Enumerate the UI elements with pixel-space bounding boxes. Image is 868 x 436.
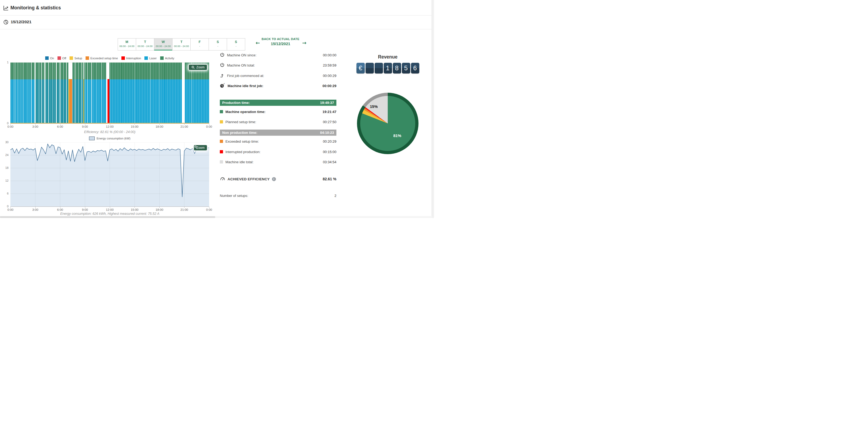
- energy-zoom-button[interactable]: Zoom: [194, 145, 207, 150]
- day-tab-5-s[interactable]: S-: [209, 38, 227, 51]
- stat-row-machine-on-total: Machine ON total: 23:59:59: [220, 63, 336, 68]
- orange-square-icon: [220, 140, 223, 143]
- timeline-segment: [60, 63, 63, 124]
- page-header: Monitoring & statistics: [0, 0, 432, 15]
- chart-line-icon: [3, 5, 8, 12]
- revenue-counter: €1856: [355, 63, 420, 73]
- timeline-segment: [53, 63, 56, 124]
- timeline-legend: OnOffSetupExceeded setup timeInterruptio…: [10, 56, 209, 60]
- timeline-segment: [88, 63, 91, 124]
- svg-text:z: z: [224, 83, 225, 84]
- back-to-actual-date-label: BACK TO ACTUAL DATE: [258, 37, 303, 41]
- timeline-segment: [49, 63, 53, 124]
- energy-legend[interactable]: Energy consumption (kW): [10, 136, 209, 140]
- timeline-segment: [42, 63, 44, 124]
- legend-swatch-icon: [86, 56, 89, 60]
- back-to-actual-date[interactable]: BACK TO ACTUAL DATE 15/12/2021: [258, 37, 303, 46]
- timeline-segment: [64, 63, 66, 124]
- stat-row-exceeded-setup-time: Exceeded setup time: 00:20:29: [220, 139, 336, 144]
- energy-legend-swatch: [89, 136, 95, 140]
- timeline-segment: [92, 63, 96, 124]
- red-square-icon: [220, 150, 223, 153]
- idle-clock-icon: zz: [220, 83, 225, 89]
- horizontal-scrollbar: [0, 216, 432, 218]
- timeline-segment: [151, 63, 164, 124]
- timeline-segment: [21, 63, 23, 124]
- legend-item-setup[interactable]: Setup: [69, 56, 82, 60]
- timeline-x-labels: 0:003:006:009:0012:0015:0018:0021:000:00: [10, 125, 209, 129]
- stat-row-machine-idle-total: Machine idle total: 03:34:54: [220, 159, 336, 165]
- timeline-segment: [164, 63, 182, 124]
- timeline-segment: [28, 63, 31, 124]
- timeline-segment: [57, 63, 60, 124]
- timeline-segment: [97, 63, 101, 124]
- digit-tile-1: [366, 63, 374, 73]
- stat-row-machine-idle-first-job: zz Machine idle first job: 00:00:29: [220, 83, 336, 89]
- legend-item-off[interactable]: Off: [58, 56, 66, 60]
- digit-tile-3: 1: [384, 63, 392, 73]
- timeline-segment: [136, 63, 150, 124]
- timeline-segment: [36, 63, 39, 124]
- arrow-up-from-line-icon: [220, 73, 225, 78]
- zoom-button-label: Zoom: [196, 65, 205, 69]
- legend-item-on[interactable]: On: [45, 56, 54, 60]
- efficiency-caption: Efficiency: 82.61 % (00:00 - 24:00): [10, 130, 209, 134]
- gray-square-icon: [220, 160, 223, 164]
- digit-tile-5: 5: [402, 63, 410, 73]
- timeline-segment: [39, 63, 41, 124]
- vertical-scrollbar[interactable]: [432, 0, 434, 218]
- timeline-zoom-button[interactable]: Zoom: [189, 65, 207, 70]
- day-tab-6-s[interactable]: S-: [227, 38, 245, 51]
- selected-date: 15/12/2021: [11, 20, 32, 24]
- achieved-efficiency-row: ACHIEVED EFFICIENCY i 82.61 %: [220, 176, 336, 182]
- stat-row-machine-operation-time: Machine operation time: 19:21:47: [220, 109, 336, 114]
- legend-item-laser[interactable]: Laser: [145, 56, 157, 60]
- timeline-segment: [110, 63, 121, 124]
- horizontal-scrollbar-thumb[interactable]: [0, 216, 215, 218]
- info-icon[interactable]: i: [272, 177, 276, 181]
- day-tab-2-w[interactable]: W00:00 - 24:00: [154, 38, 173, 51]
- legend-swatch-icon: [121, 56, 125, 60]
- yellow-square-icon: [220, 120, 223, 124]
- day-tab-3-t[interactable]: T00:00 - 24:00: [172, 38, 191, 51]
- monitoring-page: Monitoring & statistics 15/12/2021 M06:0…: [0, 0, 434, 218]
- pie-label-production-pct: 81%: [393, 133, 401, 138]
- day-tab-1-t[interactable]: T00:00 - 24:00: [136, 38, 154, 51]
- timeline-segment: [79, 63, 82, 124]
- pie-label-idle-pct: 15%: [370, 104, 378, 109]
- legend-item-activity[interactable]: Activity: [160, 56, 174, 60]
- pie-clock-icon: [3, 20, 8, 26]
- day-tab-0-m[interactable]: M06:00 - 24:00: [118, 38, 136, 51]
- digit-tile-2: [375, 63, 383, 73]
- energy-x-labels: 0:003:006:009:0012:0015:0018:0021:000:00: [10, 208, 209, 212]
- date-header: 15/12/2021: [0, 15, 432, 29]
- timeline-ymin-label: 0: [0, 122, 8, 125]
- timeline-segment: [75, 63, 79, 124]
- timeline-segment: [72, 63, 75, 124]
- next-day-arrow[interactable]: →: [302, 40, 306, 46]
- energy-area-chart: [10, 142, 209, 206]
- number-of-setups-row: Number of setups: 2: [220, 193, 336, 198]
- timeline-segment: [121, 63, 136, 124]
- timeline-bars: [10, 63, 209, 124]
- nav-date: 15/12/2021: [258, 42, 303, 46]
- legend-item-exceeded-setup-time[interactable]: Exceeded setup time: [86, 56, 118, 60]
- legend-swatch-icon: [145, 56, 148, 60]
- energy-caption: Energy consumption: 626 kWh, Highest mea…: [10, 212, 209, 215]
- pie-slices: [360, 96, 415, 151]
- power-icon: [220, 63, 225, 68]
- timeline-segment: [24, 63, 28, 124]
- time-distribution-pie-chart: 15% 81%: [357, 93, 418, 154]
- magnifier-plus-icon: [194, 145, 197, 149]
- timeline-segment: [102, 63, 106, 124]
- day-tab-4-f[interactable]: F-: [190, 38, 209, 51]
- digit-tile-6: 6: [411, 63, 419, 73]
- legend-swatch-icon: [69, 56, 73, 60]
- timeline-segment: [185, 63, 192, 124]
- legend-item-interruption[interactable]: Interruption: [121, 56, 141, 60]
- timeline-segment: [10, 63, 14, 124]
- stat-row-planned-setup-time: Planned setup time: 00:27:50: [220, 119, 336, 125]
- timeline-segment: [45, 63, 49, 124]
- timeline-segment: [107, 63, 110, 124]
- stat-row-machine-on-since: Machine ON since: 00:00:00: [220, 53, 336, 58]
